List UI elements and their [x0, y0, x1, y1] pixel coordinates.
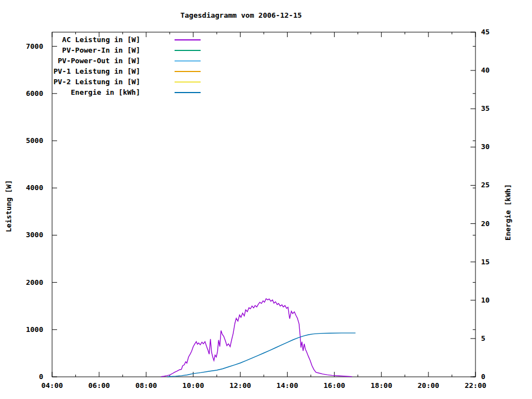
- y-right-tick-label: 15: [481, 258, 503, 266]
- legend-label: PV-Power-In in [W]: [32, 46, 140, 54]
- legend-swatch: [175, 60, 201, 62]
- legend-swatch: [175, 92, 201, 93]
- x-tick-label: 08:00: [132, 381, 161, 390]
- y-left-tick-label: 0: [16, 372, 43, 381]
- x-tick-label: 10:00: [179, 381, 208, 390]
- y-right-tick-label: 25: [481, 181, 503, 189]
- x-tick-label: 16:00: [320, 381, 349, 390]
- y-right-tick-label: 20: [481, 219, 503, 228]
- y-right-tick-label: 5: [481, 334, 503, 342]
- y-left-tick-label: 4000: [16, 183, 43, 192]
- legend-label: Energie in [kWh]: [32, 88, 140, 96]
- x-tick-label: 06:00: [85, 381, 114, 390]
- legend-label: PV-2 Leistung in [W]: [32, 78, 140, 86]
- x-tick-label: 22:00: [461, 381, 490, 390]
- y-right-tick-label: 0: [481, 372, 503, 381]
- y-left-tick-label: 1000: [16, 325, 43, 334]
- y-left-tick-label: 5000: [16, 136, 43, 145]
- chart-canvas: Tagesdiagramm vom 2006-12-15 Leistung [W…: [0, 0, 532, 399]
- y-right-tick-label: 35: [481, 104, 503, 112]
- legend-label: AC Leistung in [W]: [32, 35, 140, 44]
- y-left-tick-label: 3000: [16, 231, 43, 239]
- legend-swatch: [175, 81, 201, 83]
- series-line-0: [161, 299, 352, 377]
- legend-swatch: [175, 39, 201, 40]
- x-tick-label: 18:00: [367, 381, 396, 390]
- legend-swatch: [175, 71, 201, 72]
- y-right-tick-label: 40: [481, 66, 503, 74]
- x-tick-label: 20:00: [414, 381, 443, 390]
- x-tick-label: 14:00: [273, 381, 301, 390]
- y-left-tick-label: 2000: [16, 278, 43, 287]
- y-right-tick-label: 30: [481, 142, 503, 151]
- x-tick-label: 12:00: [226, 381, 255, 390]
- legend-label: PV-1 Leistung in [W]: [32, 67, 140, 75]
- y-right-tick-label: 10: [481, 296, 503, 304]
- series-line-5: [167, 333, 356, 377]
- legend-label: PV-Power-Out in [W]: [32, 57, 140, 65]
- x-tick-label: 04:00: [38, 381, 66, 390]
- y-right-tick-label: 45: [481, 28, 503, 36]
- legend-swatch: [175, 50, 201, 51]
